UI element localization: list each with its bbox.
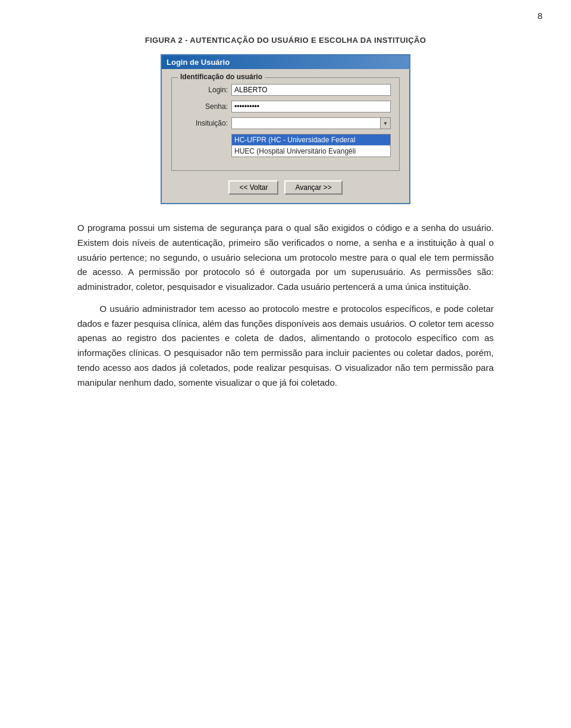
- senha-row: Senha:: [180, 101, 391, 113]
- group-box: Identificação do usuário Login: Senha: I…: [171, 77, 400, 171]
- text-body: O programa possui um sistema de seguranç…: [77, 221, 494, 390]
- voltar-button[interactable]: << Voltar: [228, 180, 278, 195]
- login-row: Login:: [180, 84, 391, 96]
- senha-label: Senha:: [180, 102, 228, 111]
- listbox-item-hcufpr[interactable]: HC-UFPR (HC - Universidade Federal: [232, 135, 390, 146]
- page-number: 8: [538, 11, 542, 21]
- login-label: Login:: [180, 86, 228, 94]
- dialog-titlebar: Login de Usuário: [162, 55, 409, 69]
- dialog-body: Identificação do usuário Login: Senha: I…: [162, 69, 409, 203]
- login-input[interactable]: [231, 84, 391, 96]
- login-dialog: Login de Usuário Identificação do usuári…: [161, 54, 410, 204]
- instituicao-select-wrapper: ▼: [231, 117, 391, 129]
- paragraph-2: O usuário administrador tem acesso ao pr…: [77, 302, 494, 390]
- instituicao-select-box[interactable]: [231, 117, 380, 129]
- dialog-title: Login de Usuário: [167, 58, 230, 67]
- instituicao-label: Insituição:: [180, 119, 228, 127]
- dropdown-arrow-icon[interactable]: ▼: [380, 117, 391, 129]
- figure-container: Login de Usuário Identificação do usuári…: [77, 54, 494, 204]
- paragraph-1: O programa possui um sistema de seguranç…: [77, 221, 494, 295]
- dialog-buttons: << Voltar Avançar >>: [171, 178, 400, 195]
- avancar-button[interactable]: Avançar >>: [284, 180, 342, 195]
- group-label: Identificação do usuário: [178, 73, 265, 81]
- figure-caption: FIGURA 2 - AUTENTICAÇÃO DO USUÁRIO E ESC…: [77, 36, 494, 45]
- senha-input[interactable]: [231, 101, 391, 113]
- instituicao-listbox[interactable]: HC-UFPR (HC - Universidade Federal HUEC …: [231, 134, 391, 157]
- listbox-item-huec[interactable]: HUEC (Hospital Universitário Evangéli: [232, 146, 390, 157]
- instituicao-row: Insituição: ▼: [180, 117, 391, 129]
